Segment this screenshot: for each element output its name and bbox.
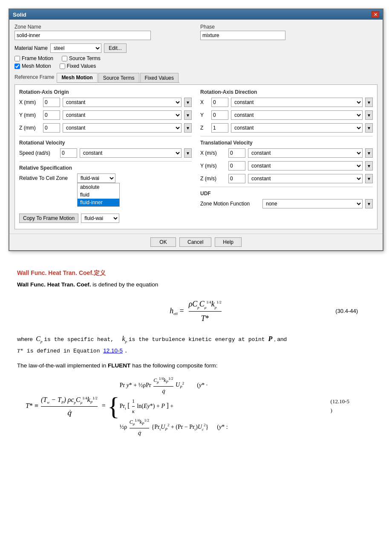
eq-condition1: (y* · <box>197 381 208 390</box>
zone-motion-dropdown[interactable]: none <box>262 199 363 208</box>
law-intro: The law-of-the-wall implemented in <box>17 362 106 369</box>
and-text: , and <box>274 336 287 342</box>
y-dir-label: Y <box>200 112 209 118</box>
x-trans-label: X (m/s) <box>200 150 226 156</box>
tstar-link[interactable]: 12.10-5 <box>103 347 123 354</box>
y-dir-input[interactable] <box>211 110 228 120</box>
intro-rest: is defined by the equation <box>92 281 158 288</box>
rotation-axis-origin-title: Rotation-Axis Origin <box>19 89 192 95</box>
dropdown-item-fluid[interactable]: fluid <box>78 191 119 199</box>
kp-desc: is the turbulence kinetic energy at poin… <box>129 336 268 343</box>
y-trans-dropdown[interactable]: constant <box>248 161 363 171</box>
checkboxes-row2: Mesh Motion Fixed Values <box>14 63 378 69</box>
speed-arrow[interactable]: ▼ <box>184 148 192 158</box>
z-dir-input[interactable] <box>211 123 228 133</box>
source-terms-checkbox[interactable] <box>62 56 67 61</box>
copy-dropdown[interactable]: fluid-wai <box>81 214 119 223</box>
eq-line3: ½ρ Cμ1/4kP1/2 q̇ {PrtUP2 + (Pr − Prt)Uc2… <box>120 417 209 437</box>
fixed-values-cb: Fixed Values <box>60 63 96 69</box>
eq-number-heff: (30.4-44) <box>335 307 358 316</box>
z-trans-input[interactable] <box>228 174 245 183</box>
intro-paragraph: Wall Func. Heat Tran. Coef. is defined b… <box>17 280 375 289</box>
x-origin-row: X (mm) constant ▼ <box>19 98 192 107</box>
where-paragraph: where Cp is the specific heat, kp is the… <box>17 333 375 345</box>
copy-to-frame-btn[interactable]: Copy To Frame Motion <box>19 214 78 223</box>
x-dir-input[interactable] <box>211 98 228 107</box>
red-heading: Wall Func. Heat Tran. Coef.定义 <box>17 268 375 278</box>
z-origin-arrow[interactable]: ▼ <box>184 123 192 133</box>
fixed-values-checkbox[interactable] <box>60 64 65 69</box>
brace-row-2: Prt [ 1 κ ln(Ey*) + P ] + <box>120 397 228 416</box>
speed-dropdown[interactable]: constant <box>80 148 182 158</box>
brace-row-3: ½ρ Cμ1/4kP1/2 q̇ {PrtUP2 + (Pr − Prt)Uc2… <box>120 417 228 437</box>
x-origin-arrow[interactable]: ▼ <box>184 98 192 107</box>
y-origin-input[interactable] <box>43 110 60 120</box>
rel-spec-title: Relative Specification <box>19 165 192 171</box>
y-dir-dropdown[interactable]: constant <box>231 110 363 120</box>
zone-motion-label: Zone Motion Function <box>200 201 260 207</box>
frame-motion-label: Frame Motion <box>22 55 53 61</box>
help-button[interactable]: Help <box>215 237 242 247</box>
trans-vel-title: Translational Velocity <box>200 140 373 146</box>
x-dir-arrow[interactable]: ▼ <box>365 98 373 107</box>
zone-motion-row: Zone Motion Function none ▼ <box>200 199 373 208</box>
udf-label: UDF <box>200 191 373 197</box>
tab-source-terms[interactable]: Source Terms <box>98 73 139 82</box>
x-trans-input[interactable] <box>228 148 245 158</box>
x-trans-dropdown[interactable]: constant <box>248 148 363 158</box>
speed-input[interactable] <box>60 148 77 158</box>
z-trans-row: Z (m/s) constant ▼ <box>200 174 373 183</box>
tab-mesh-motion[interactable]: Mesh Motion <box>57 73 97 82</box>
z-trans-arrow[interactable]: ▼ <box>365 174 373 183</box>
z-origin-row: Z (mm) constant ▼ <box>19 123 192 133</box>
tstar-paragraph: T* is defined in Equation 12.10-5 . <box>17 346 375 356</box>
y-dir-arrow[interactable]: ▼ <box>365 110 373 120</box>
speed-row: Speed (rad/s) constant ▼ <box>19 148 192 158</box>
z-origin-dropdown[interactable]: constant <box>63 123 182 133</box>
z-trans-dropdown[interactable]: constant <box>248 174 363 183</box>
y-trans-label: Y (m/s) <box>200 163 226 169</box>
tabs-row: Mesh Motion Source Terms Fixed Values <box>57 73 179 83</box>
zone-name-input[interactable] <box>14 31 151 40</box>
phase-col: Phase <box>200 24 378 40</box>
tstar-text: T* is defined in Equation <box>17 348 103 354</box>
tab-fixed-values[interactable]: Fixed Values <box>140 73 179 82</box>
y-dir-row: Y constant ▼ <box>200 110 373 120</box>
right-col: Rotation-Axis Direction X constant ▼ Y <box>200 89 373 225</box>
brace-system: Pr y* + ½ρPr Cμ1/4kP1/2 q̇ UP2 (y* · Prt <box>120 375 228 438</box>
material-select[interactable]: steel <box>50 43 101 53</box>
dropdown-item-fluid-inner[interactable]: fluid-inner <box>78 199 119 206</box>
y-trans-arrow[interactable]: ▼ <box>365 161 373 171</box>
zone-name-label: Zone Name <box>14 24 192 30</box>
y-origin-dropdown[interactable]: constant <box>63 110 182 120</box>
heff-formula: heff = ρCpCμ1/4kp1/2 T* <box>170 298 222 325</box>
z-dir-arrow[interactable]: ▼ <box>365 123 373 133</box>
x-dir-dropdown[interactable]: constant <box>231 98 363 107</box>
eq-condition3: (y* : <box>217 422 228 432</box>
y-trans-input[interactable] <box>228 161 245 171</box>
dropdown-item-absolute[interactable]: absolute <box>78 183 119 191</box>
intro-bold: Wall Func. Heat Tran. Coef. <box>17 281 91 288</box>
dialog-footer: OK Cancel Help <box>9 234 383 250</box>
zone-motion-arrow[interactable]: ▼ <box>365 199 373 208</box>
z-dir-dropdown[interactable]: constant <box>231 123 363 133</box>
cp-desc: is the specific heat, <box>44 336 120 343</box>
mesh-motion-checkbox[interactable] <box>14 64 20 69</box>
x-trans-arrow[interactable]: ▼ <box>365 148 373 158</box>
eq2-number: (12.10-5) <box>331 398 349 416</box>
z-trans-label: Z (m/s) <box>200 176 226 182</box>
cancel-button[interactable]: Cancel <box>179 237 211 247</box>
close-button[interactable]: ✕ <box>372 11 379 18</box>
P-symbol: P <box>268 335 272 342</box>
x-origin-input[interactable] <box>43 98 60 107</box>
rel-to-dropdown[interactable]: fluid-wai <box>77 173 115 183</box>
rel-spec-section: Relative Specification Relative To Cell … <box>19 165 192 223</box>
x-origin-dropdown[interactable]: constant <box>63 98 182 107</box>
z-origin-input[interactable] <box>43 123 60 133</box>
frame-motion-checkbox[interactable] <box>14 56 20 61</box>
edit-button[interactable]: Edit... <box>104 43 127 53</box>
y-origin-arrow[interactable]: ▼ <box>184 110 192 120</box>
ok-button[interactable]: OK <box>150 237 176 247</box>
tstar-dot: . <box>124 348 128 354</box>
phase-input[interactable] <box>200 31 285 40</box>
